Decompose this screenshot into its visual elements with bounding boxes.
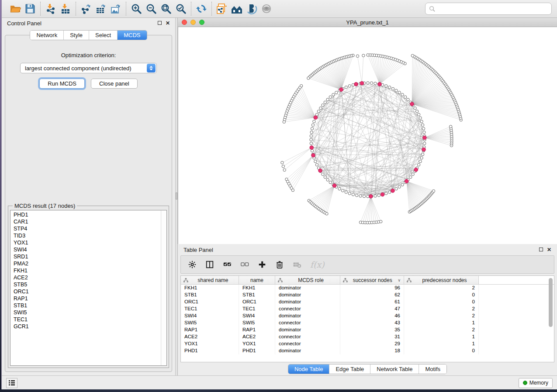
table-cell: TEC1 xyxy=(181,306,239,313)
mcds-result-item[interactable]: STB5 xyxy=(14,281,161,288)
zoom-fit-icon[interactable] xyxy=(159,2,173,16)
table-cell: 61 xyxy=(340,299,404,306)
mcds-result-item[interactable]: SWI5 xyxy=(14,309,161,316)
tab-style[interactable]: Style xyxy=(64,31,89,40)
table-row[interactable]: STB1STB1dominator620 xyxy=(181,292,554,299)
splitter-handle[interactable] xyxy=(176,193,177,199)
table-cell: 35 xyxy=(340,327,404,334)
network-canvas[interactable] xyxy=(178,27,557,244)
new-network-from-selection-icon[interactable] xyxy=(214,2,229,16)
mcds-result-item[interactable]: ORC1 xyxy=(14,288,161,295)
table-row[interactable]: PHD1PHD1dominator180 xyxy=(181,347,554,354)
column-header-shared-name[interactable]: shared name xyxy=(181,276,239,284)
table-row[interactable]: RAP1RAP1dominator352 xyxy=(181,327,554,334)
export-network-icon[interactable] xyxy=(79,2,93,16)
memory-button[interactable]: Memory xyxy=(519,378,553,388)
table-settings-icon[interactable] xyxy=(188,260,197,269)
export-image-icon[interactable] xyxy=(108,2,123,16)
table-cell: 1 xyxy=(404,320,479,327)
table-scrollbar[interactable] xyxy=(548,277,553,361)
table-row[interactable]: SWI5SWI5connector431 xyxy=(181,320,554,327)
mcds-result-item[interactable]: PHD1 xyxy=(14,211,161,218)
mcds-result-item[interactable]: FKH1 xyxy=(14,267,161,274)
optimization-criterion-select[interactable]: largest connected component (undirected) xyxy=(20,63,157,73)
table-row[interactable]: FKH1FKH1dominator962 xyxy=(181,285,554,292)
tab-motifs[interactable]: Motifs xyxy=(419,364,446,374)
mcds-result-item[interactable]: SWI4 xyxy=(14,246,161,253)
table-cell: connector xyxy=(275,340,340,347)
mcds-result-item[interactable]: CAR1 xyxy=(14,218,161,225)
table-cell: 18 xyxy=(340,347,404,354)
table-cell: dominator xyxy=(275,347,340,354)
table-cell: 2 xyxy=(404,285,479,292)
column-header-name[interactable]: name xyxy=(239,276,275,284)
table-scrollbar-thumb[interactable] xyxy=(549,278,553,327)
first-neighbors-icon[interactable] xyxy=(229,2,244,16)
table-row[interactable]: ORC1ORC1dominator610 xyxy=(181,299,554,306)
mcds-result-item[interactable]: PMA2 xyxy=(14,260,161,267)
open-file-icon[interactable] xyxy=(8,2,23,16)
import-table-icon[interactable] xyxy=(58,2,73,16)
network-graph[interactable] xyxy=(178,27,557,244)
zoom-selected-icon[interactable] xyxy=(173,2,188,16)
table-cell: ACE2 xyxy=(239,334,275,340)
close-panel-button[interactable]: Close panel xyxy=(91,79,138,89)
import-network-icon[interactable] xyxy=(43,2,58,16)
delete-column-icon[interactable] xyxy=(275,260,284,269)
add-column-icon[interactable] xyxy=(258,260,266,269)
mcds-result-item[interactable]: GCR1 xyxy=(14,323,161,330)
tab-edge-table[interactable]: Edge Table xyxy=(329,364,370,374)
close-panel-icon[interactable]: ✕ xyxy=(166,21,170,26)
mcds-result-item[interactable]: TID3 xyxy=(14,232,161,239)
mcds-result-item[interactable]: YOX1 xyxy=(14,239,161,246)
export-table-icon[interactable] xyxy=(93,2,108,16)
mcds-list-scrollbar[interactable] xyxy=(161,210,166,365)
save-session-icon[interactable] xyxy=(23,2,38,16)
float-panel-icon[interactable] xyxy=(158,21,162,26)
tab-select[interactable]: Select xyxy=(89,31,118,40)
table-row[interactable]: YOX1YOX1connector291 xyxy=(181,340,554,347)
show-panels-button[interactable] xyxy=(6,378,17,388)
column-header-predecessor-nodes[interactable]: predecessor nodes xyxy=(404,276,479,284)
float-table-panel-icon[interactable] xyxy=(539,247,543,252)
run-mcds-button[interactable]: Run MCDS xyxy=(39,79,85,89)
zoom-out-icon[interactable] xyxy=(144,2,159,16)
table-header-row: shared namenameMCDS rolesuccessor nodes∨… xyxy=(181,276,554,285)
refresh-icon[interactable] xyxy=(194,2,209,16)
table-row[interactable]: SWI4SWI4dominator462 xyxy=(181,313,554,320)
table-cell: 31 xyxy=(340,334,404,340)
select-all-icon[interactable] xyxy=(223,260,232,269)
hide-details-icon[interactable] xyxy=(244,2,259,16)
table-cell: FKH1 xyxy=(181,285,239,292)
table-tabstrip: Node TableEdge TableNetwork TableMotifs xyxy=(178,362,557,375)
mcds-result-item[interactable]: SRD1 xyxy=(14,253,161,260)
mcds-result-item[interactable]: STB1 xyxy=(14,302,161,309)
mcds-result-item[interactable]: RAP1 xyxy=(14,295,161,302)
tab-network-table[interactable]: Network Table xyxy=(370,364,419,374)
table-row[interactable]: ACE2ACE2connector311 xyxy=(181,334,554,340)
column-layout-icon[interactable] xyxy=(205,260,214,269)
mcds-result-item[interactable]: STP4 xyxy=(14,225,161,232)
network-window-titlebar[interactable]: YPA_prune.txt_1 xyxy=(178,18,557,27)
tab-node-table[interactable]: Node Table xyxy=(288,364,330,374)
tab-mcds[interactable]: MCDS xyxy=(118,31,146,40)
mcds-result-item[interactable]: TEC1 xyxy=(14,316,161,323)
close-table-panel-icon[interactable]: ✕ xyxy=(547,247,551,252)
mcds-result-list[interactable]: PHD1CAR1STP4TID3YOX1SWI4SRD1PMA2FKH1ACE2… xyxy=(10,210,167,366)
table-cell: STB1 xyxy=(181,292,239,299)
search-input[interactable] xyxy=(425,3,552,15)
search-field[interactable] xyxy=(436,6,548,12)
table-cell: ORC1 xyxy=(181,299,239,306)
zoom-in-icon[interactable] xyxy=(129,2,144,16)
column-header-successor-nodes[interactable]: successor nodes∨ xyxy=(340,276,404,284)
mcds-result-groupbox: MCDS result (17 nodes) PHD1CAR1STP4TID3Y… xyxy=(8,206,169,368)
mcds-result-item[interactable]: ACE2 xyxy=(14,274,161,281)
table-cell: FKH1 xyxy=(239,285,275,292)
column-header-MCDS-role[interactable]: MCDS role xyxy=(275,276,340,284)
deselect-all-icon[interactable] xyxy=(240,260,249,269)
search-icon xyxy=(429,6,436,12)
tab-network[interactable]: Network xyxy=(30,31,64,40)
toolbar-group xyxy=(76,2,126,16)
table-cell: STB1 xyxy=(239,292,275,299)
table-row[interactable]: TEC1TEC1connector472 xyxy=(181,306,554,313)
